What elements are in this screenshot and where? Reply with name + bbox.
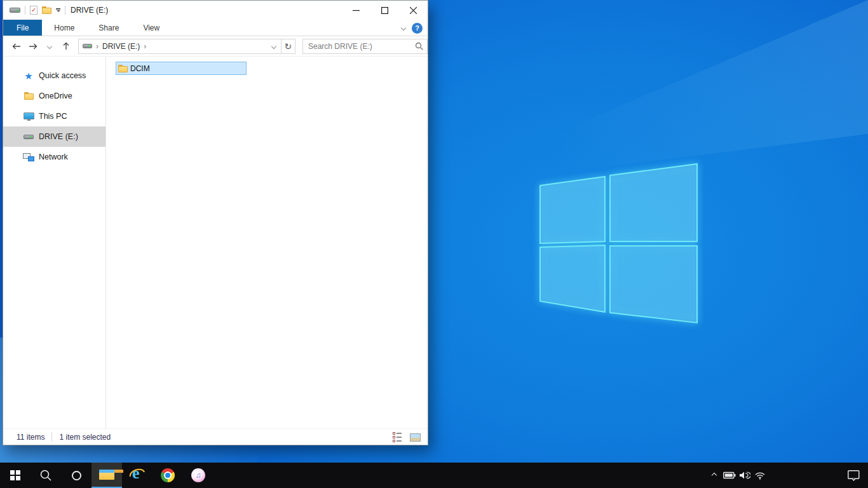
tab-view[interactable]: View — [131, 20, 172, 36]
back-button[interactable] — [10, 39, 24, 54]
navigation-bar: › DRIVE (E:) › ↻ — [3, 36, 428, 57]
quick-access-toolbar — [10, 6, 65, 15]
title-bar[interactable]: DRIVE (E:) — [3, 1, 428, 20]
file-item-dcim-selected[interactable]: DCIM — [116, 62, 247, 75]
file-explorer-window: DRIVE (E:) File Home Share View ? — [3, 0, 428, 445]
tab-home[interactable]: Home — [42, 20, 86, 36]
windows-logo-icon — [10, 470, 20, 480]
taskbar-itunes-button[interactable]: ♫ — [183, 463, 214, 488]
close-button[interactable] — [399, 1, 428, 20]
up-button[interactable] — [59, 39, 73, 54]
minimize-button[interactable] — [342, 1, 370, 20]
tab-file[interactable]: File — [3, 20, 42, 36]
ribbon-tabs: File Home Share View ? — [3, 20, 428, 36]
window-drive-icon — [10, 8, 20, 13]
itunes-icon: ♫ — [191, 468, 205, 482]
network-icon — [23, 153, 34, 161]
search-input[interactable] — [307, 41, 415, 51]
help-icon[interactable]: ? — [412, 23, 423, 34]
taskbar-search-button[interactable] — [31, 463, 61, 488]
sidebar-item-label: DRIVE (E:) — [39, 132, 78, 141]
large-icons-view-button[interactable] — [409, 431, 421, 444]
folder-icon — [24, 92, 34, 100]
chrome-icon — [161, 468, 175, 482]
action-center-button[interactable] — [839, 463, 868, 488]
search-box[interactable] — [302, 39, 428, 54]
wifi-icon[interactable] — [752, 463, 768, 488]
internet-explorer-icon: e — [129, 467, 146, 484]
drive-icon — [24, 135, 34, 139]
sidebar-item-drive-e[interactable]: DRIVE (E:) — [3, 126, 105, 147]
forward-button[interactable] — [26, 39, 40, 54]
breadcrumb-drive[interactable]: DRIVE (E:) — [102, 42, 140, 51]
volume-icon[interactable] — [737, 463, 752, 488]
address-bar[interactable]: › DRIVE (E:) › — [78, 39, 281, 54]
tab-share[interactable]: Share — [86, 20, 131, 36]
search-icon — [415, 42, 423, 50]
sidebar-item-onedrive[interactable]: OneDrive — [3, 86, 105, 106]
customize-toolbar-chevron-icon[interactable] — [56, 8, 60, 11]
new-folder-icon[interactable] — [42, 6, 51, 14]
recent-locations-chevron-icon[interactable] — [43, 39, 57, 54]
taskbar-file-explorer-button[interactable] — [92, 463, 122, 488]
address-drive-icon[interactable] — [83, 44, 92, 48]
window-title: DRIVE (E:) — [71, 6, 108, 15]
collapse-ribbon-chevron-icon[interactable] — [401, 25, 406, 30]
sidebar-item-label: Network — [39, 152, 68, 161]
tray-expand-button[interactable] — [707, 463, 722, 488]
sidebar-item-label: Quick access — [39, 71, 86, 80]
properties-icon[interactable] — [30, 6, 37, 15]
thumbnail-view-icon — [410, 433, 421, 442]
cortana-button[interactable] — [61, 463, 92, 488]
file-list[interactable]: DCIM — [106, 57, 428, 428]
taskbar-chrome-button[interactable] — [153, 463, 183, 488]
sidebar-item-label: OneDrive — [39, 92, 72, 100]
start-button[interactable] — [0, 463, 31, 488]
folder-icon — [118, 65, 128, 72]
taskbar-internet-explorer-button[interactable]: e — [122, 463, 153, 488]
quick-access-star-icon: ★ — [24, 71, 32, 81]
maximize-button[interactable] — [370, 1, 399, 20]
item-count: 11 items — [17, 433, 44, 442]
separator — [51, 432, 52, 442]
sidebar-item-label: This PC — [39, 112, 67, 121]
sidebar-item-this-pc[interactable]: This PC — [3, 106, 105, 126]
file-item-label: DCIM — [130, 64, 150, 73]
separator — [25, 6, 25, 15]
system-tray — [707, 463, 768, 488]
separator — [65, 6, 65, 15]
status-bar: 11 items 1 item selected — [3, 428, 428, 445]
cortana-ring-icon — [72, 471, 81, 480]
battery-icon[interactable] — [722, 463, 737, 488]
navigation-pane: ★ Quick access OneDrive This PC DRIVE (E… — [3, 57, 106, 428]
search-icon — [40, 470, 51, 481]
address-dropdown-chevron-icon[interactable] — [267, 39, 281, 53]
breadcrumb-chevron-icon[interactable]: › — [95, 42, 100, 51]
file-explorer-icon — [99, 470, 114, 482]
selection-count: 1 item selected — [59, 433, 111, 442]
breadcrumb-chevron-icon[interactable]: › — [142, 42, 147, 51]
sidebar-item-quick-access[interactable]: ★ Quick access — [3, 65, 105, 86]
refresh-button[interactable]: ↻ — [281, 39, 295, 54]
sidebar-item-network[interactable]: Network — [3, 147, 105, 167]
details-view-button[interactable] — [391, 431, 403, 444]
caption-buttons — [342, 1, 428, 20]
computer-icon — [24, 112, 34, 121]
action-center-icon — [848, 470, 860, 481]
details-view-icon — [393, 432, 402, 442]
taskbar: e ♫ — [0, 463, 868, 488]
